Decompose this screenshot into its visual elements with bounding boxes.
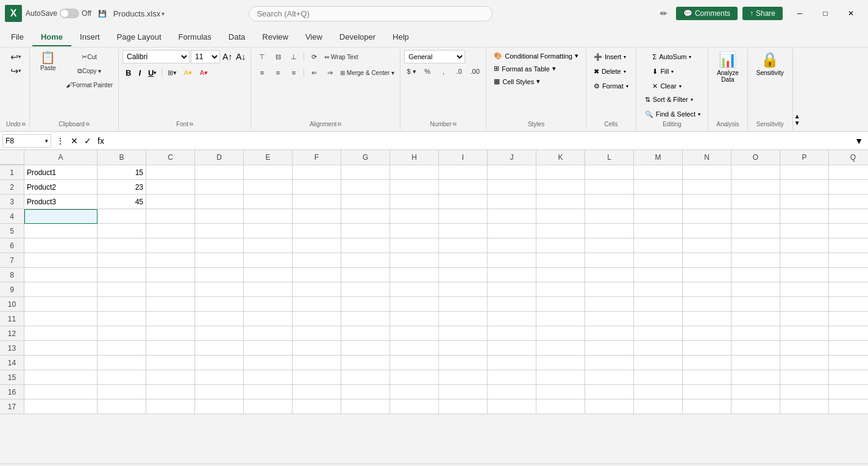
cell-d13[interactable] [195,341,244,356]
cell-l15[interactable] [585,370,634,385]
cell-o2[interactable] [731,180,780,195]
cell-p9[interactable] [780,282,829,297]
cell-g5[interactable] [341,224,390,238]
cell-q6[interactable] [829,238,868,253]
cell-f15[interactable] [293,370,341,385]
cell-j15[interactable] [488,370,536,385]
tab-page-layout[interactable]: Page Layout [108,29,170,46]
cell-l17[interactable] [585,400,634,414]
cell-f13[interactable] [293,341,341,356]
cell-d10[interactable] [195,297,244,312]
cell-c8[interactable] [146,268,195,282]
cell-i3[interactable] [439,195,488,209]
cell-p11[interactable] [780,312,829,326]
cell-styles-button[interactable]: ▦ Cell Styles ▾ [490,76,544,87]
cell-h7[interactable] [390,253,439,268]
cell-d6[interactable] [195,238,244,253]
cell-l9[interactable] [585,282,634,297]
align-top-button[interactable]: ⊤ [255,50,269,63]
cell-d11[interactable] [195,312,244,326]
cell-l10[interactable] [585,297,634,312]
cell-n13[interactable] [683,341,731,356]
cell-k12[interactable] [536,326,585,341]
col-header-a[interactable]: A [24,150,98,165]
cell-g14[interactable] [341,356,390,370]
cell-e10[interactable] [244,297,293,312]
autosave-toggle[interactable] [60,9,79,18]
cell-k11[interactable] [536,312,585,326]
conditional-formatting-button[interactable]: 🎨 Conditional Formatting ▾ [490,50,582,62]
font-color-button[interactable]: A▾ [196,66,211,79]
cell-e1[interactable] [244,165,293,180]
underline-button[interactable]: U ▾ [145,66,159,79]
format-as-table-button[interactable]: ⊞ Format as Table ▾ [490,63,560,74]
cell-j10[interactable] [488,297,536,312]
cell-a3[interactable]: Product3 [24,195,98,209]
share-button[interactable]: ↑ Share [742,7,783,20]
search-input[interactable] [249,6,493,21]
cell-b15[interactable] [98,370,146,385]
font-size-increase-button[interactable]: A↑ [221,50,233,63]
cell-q17[interactable] [829,400,868,414]
cell-p3[interactable] [780,195,829,209]
cell-h12[interactable] [390,326,439,341]
delete-cells-button[interactable]: ✖ Delete ▾ [590,65,630,78]
cell-a4[interactable] [24,209,98,224]
align-center-button[interactable]: ≡ [271,66,285,79]
copy-button[interactable]: ⧉ Copy ▾ [64,64,115,77]
cell-d12[interactable] [195,326,244,341]
cell-c7[interactable] [146,253,195,268]
cell-i5[interactable] [439,224,488,238]
cell-a7[interactable] [24,253,98,268]
col-header-c[interactable]: C [146,150,195,165]
cell-l7[interactable] [585,253,634,268]
cell-c4[interactable] [146,209,195,224]
row-header-7[interactable]: 7 [0,253,24,268]
cell-g10[interactable] [341,297,390,312]
maximize-button[interactable]: □ [813,4,838,23]
cell-n12[interactable] [683,326,731,341]
tab-view[interactable]: View [297,29,331,46]
cell-k6[interactable] [536,238,585,253]
paste-button[interactable]: 📋 Paste [34,50,63,73]
cut-button[interactable]: ✂ Cut [64,50,115,63]
cell-k1[interactable] [536,165,585,180]
cell-g17[interactable] [341,400,390,414]
cell-k7[interactable] [536,253,585,268]
cell-i12[interactable] [439,326,488,341]
cell-l6[interactable] [585,238,634,253]
cell-g2[interactable] [341,180,390,195]
cell-m13[interactable] [634,341,683,356]
cell-j3[interactable] [488,195,536,209]
cell-f2[interactable] [293,180,341,195]
increase-decimal-button[interactable]: .0 [452,65,466,78]
cell-e12[interactable] [244,326,293,341]
cell-g15[interactable] [341,370,390,385]
cell-n6[interactable] [683,238,731,253]
cell-c11[interactable] [146,312,195,326]
font-expand-icon[interactable]: ⧉ [190,121,193,127]
cell-q7[interactable] [829,253,868,268]
col-header-j[interactable]: J [488,150,536,165]
tab-data[interactable]: Data [220,29,254,46]
cell-k13[interactable] [536,341,585,356]
cell-o17[interactable] [731,400,780,414]
font-size-select[interactable]: 11 [191,50,220,63]
cell-f12[interactable] [293,326,341,341]
cell-b5[interactable] [98,224,146,238]
cell-j13[interactable] [488,341,536,356]
cell-b6[interactable] [98,238,146,253]
cell-q3[interactable] [829,195,868,209]
cell-p2[interactable] [780,180,829,195]
cell-g12[interactable] [341,326,390,341]
pen-icon[interactable]: ✏ [656,7,671,20]
cell-n11[interactable] [683,312,731,326]
cell-p13[interactable] [780,341,829,356]
tab-home[interactable]: Home [32,29,71,46]
col-header-l[interactable]: L [585,150,634,165]
cell-h9[interactable] [390,282,439,297]
alignment-expand-icon[interactable]: ⧉ [338,121,341,127]
tab-developer[interactable]: Developer [331,29,384,46]
cell-o15[interactable] [731,370,780,385]
cell-d8[interactable] [195,268,244,282]
